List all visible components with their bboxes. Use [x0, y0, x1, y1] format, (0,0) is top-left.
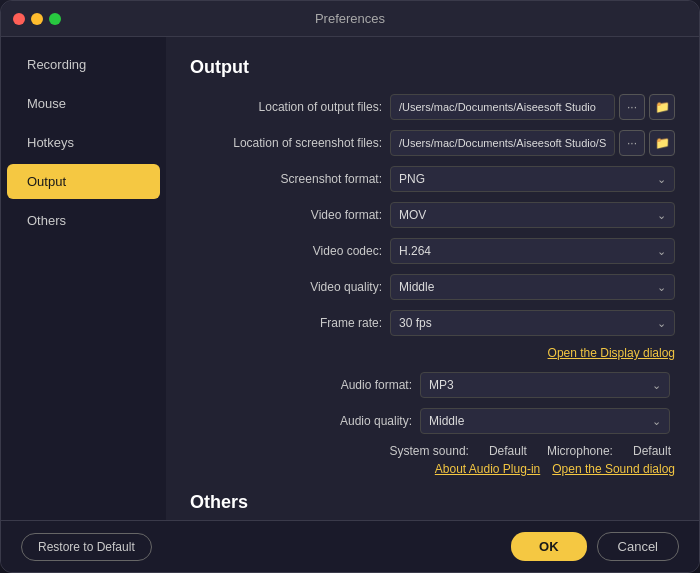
sidebar: Recording Mouse Hotkeys Output Others [1, 37, 166, 520]
content-area: Recording Mouse Hotkeys Output Others Ou… [1, 37, 699, 520]
screenshot-format-value: PNG [399, 172, 657, 186]
audio-quality-row: Audio quality: Middle ⌄ [190, 408, 675, 434]
output-location-row: Location of output files: ··· 📁 [190, 94, 675, 120]
sidebar-item-hotkeys[interactable]: Hotkeys [7, 125, 160, 160]
about-audio-plugin-link[interactable]: About Audio Plug-in [435, 462, 540, 476]
audio-links-row: About Audio Plug-in Open the Sound dialo… [190, 462, 675, 476]
audio-quality-value: Middle [429, 414, 652, 428]
sidebar-item-mouse[interactable]: Mouse [7, 86, 160, 121]
output-location-field-group: ··· 📁 [390, 94, 675, 120]
footer-actions: OK Cancel [511, 532, 679, 561]
folder-icon: 📁 [655, 136, 670, 150]
system-sound-value: Default [489, 444, 527, 458]
audio-format-label: Audio format: [190, 378, 420, 392]
frame-rate-label: Frame rate: [190, 316, 390, 330]
video-format-value: MOV [399, 208, 657, 222]
sidebar-item-recording[interactable]: Recording [7, 47, 160, 82]
preferences-window: Preferences Recording Mouse Hotkeys Outp… [0, 0, 700, 573]
sidebar-item-others[interactable]: Others [7, 203, 160, 238]
frame-rate-select[interactable]: 30 fps ⌄ [390, 310, 675, 336]
close-button[interactable] [13, 13, 25, 25]
screenshot-location-input[interactable] [390, 130, 615, 156]
sound-info-row: System sound: Default Microphone: Defaul… [190, 444, 675, 458]
audio-format-row: Audio format: MP3 ⌄ [190, 372, 675, 398]
titlebar: Preferences [1, 1, 699, 37]
output-location-input[interactable] [390, 94, 615, 120]
video-quality-label: Video quality: [190, 280, 390, 294]
main-content: Output Location of output files: ··· 📁 L… [166, 37, 699, 520]
screenshot-location-label: Location of screenshot files: [190, 136, 390, 150]
chevron-down-icon: ⌄ [657, 209, 666, 222]
frame-rate-row: Frame rate: 30 fps ⌄ [190, 310, 675, 336]
video-format-select[interactable]: MOV ⌄ [390, 202, 675, 228]
others-section-title: Others [190, 492, 675, 513]
chevron-down-icon: ⌄ [652, 379, 661, 392]
footer: Restore to Default OK Cancel [1, 520, 699, 572]
chevron-down-icon: ⌄ [657, 281, 666, 294]
ellipsis-icon: ··· [627, 136, 637, 150]
ok-button[interactable]: OK [511, 532, 587, 561]
others-section: Others ✓ Automatically check for updates [190, 492, 675, 520]
screenshot-location-field-group: ··· 📁 [390, 130, 675, 156]
video-quality-select[interactable]: Middle ⌄ [390, 274, 675, 300]
video-codec-row: Video codec: H.264 ⌄ [190, 238, 675, 264]
audio-quality-select[interactable]: Middle ⌄ [420, 408, 670, 434]
audio-quality-label: Audio quality: [190, 414, 420, 428]
output-location-label: Location of output files: [190, 100, 390, 114]
audio-format-value: MP3 [429, 378, 652, 392]
output-section-title: Output [190, 57, 675, 78]
open-sound-dialog-link[interactable]: Open the Sound dialog [552, 462, 675, 476]
restore-default-button[interactable]: Restore to Default [21, 533, 152, 561]
screenshot-format-row: Screenshot format: PNG ⌄ [190, 166, 675, 192]
minimize-button[interactable] [31, 13, 43, 25]
traffic-lights [13, 13, 61, 25]
output-location-folder-btn[interactable]: 📁 [649, 94, 675, 120]
video-codec-value: H.264 [399, 244, 657, 258]
screenshot-location-folder-btn[interactable]: 📁 [649, 130, 675, 156]
microphone-value: Default [633, 444, 671, 458]
frame-rate-value: 30 fps [399, 316, 657, 330]
screenshot-format-select[interactable]: PNG ⌄ [390, 166, 675, 192]
video-codec-label: Video codec: [190, 244, 390, 258]
open-display-dialog-link[interactable]: Open the Display dialog [190, 346, 675, 360]
screenshot-location-ellipsis-btn[interactable]: ··· [619, 130, 645, 156]
audio-section: Audio format: MP3 ⌄ Audio quality: Middl… [190, 372, 675, 476]
maximize-button[interactable] [49, 13, 61, 25]
chevron-down-icon: ⌄ [657, 245, 666, 258]
output-location-ellipsis-btn[interactable]: ··· [619, 94, 645, 120]
screenshot-format-label: Screenshot format: [190, 172, 390, 186]
chevron-down-icon: ⌄ [657, 317, 666, 330]
sidebar-item-output[interactable]: Output [7, 164, 160, 199]
video-format-row: Video format: MOV ⌄ [190, 202, 675, 228]
window-title: Preferences [315, 11, 385, 26]
video-codec-select[interactable]: H.264 ⌄ [390, 238, 675, 264]
video-quality-row: Video quality: Middle ⌄ [190, 274, 675, 300]
system-sound-label: System sound: [390, 444, 469, 458]
microphone-label: Microphone: [547, 444, 613, 458]
video-quality-value: Middle [399, 280, 657, 294]
screenshot-location-row: Location of screenshot files: ··· 📁 [190, 130, 675, 156]
ellipsis-icon: ··· [627, 100, 637, 114]
chevron-down-icon: ⌄ [652, 415, 661, 428]
audio-format-select[interactable]: MP3 ⌄ [420, 372, 670, 398]
cancel-button[interactable]: Cancel [597, 532, 679, 561]
chevron-down-icon: ⌄ [657, 173, 666, 186]
folder-icon: 📁 [655, 100, 670, 114]
video-format-label: Video format: [190, 208, 390, 222]
